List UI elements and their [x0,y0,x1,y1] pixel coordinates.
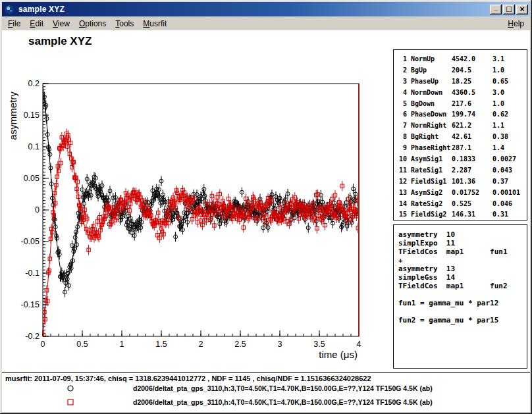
close-button[interactable]: × [516,5,528,14]
svg-text:-0.15: -0.15 [21,300,40,309]
status-divider [2,372,530,373]
param-row: 6PhaseDown199.740.62 [398,109,527,120]
svg-text:0.5: 0.5 [76,340,88,349]
app-icon[interactable] [5,5,14,14]
minimize-icon: _ [494,6,498,10]
theory-box[interactable]: asymmetry 10simplExpo 11TFieldCos map1 f… [393,224,527,369]
legend-row-h4: d2006/deltat_pta_gps_3110,h:4,T0=4.50K,T… [2,398,530,407]
asymmetry-plot[interactable]: 00.511.522.533.54-0.2-0.15-0.1-0.0500.05… [2,30,392,373]
theory-line: simpleGss 14 [398,273,527,282]
svg-text:time (μs): time (μs) [319,349,358,360]
param-row: 9PhaseRight287.11.4 [398,142,527,153]
menu-musrfit[interactable]: Musrfit [138,17,171,30]
window-title: sample XYZ [18,5,65,14]
svg-text:1.5: 1.5 [155,340,167,349]
svg-text:2: 2 [199,340,203,349]
menu-options[interactable]: Options [74,17,111,30]
theory-line [398,307,527,316]
param-row: 1NormUp4542.03.1 [398,53,527,65]
root-canvas[interactable]: sample XYZ 00.511.522.533.54-0.2-0.15-0.… [2,30,530,412]
svg-text:3.5: 3.5 [313,340,325,349]
menu-file[interactable]: File [3,17,25,30]
theory-line: + [398,256,527,265]
window-controls: _ □ × [490,5,528,14]
param-row: 11RateSig12.2870.043 [398,165,527,176]
legend-label: d2006/deltat_pta_gps_3110,h:3,T0=4.50K,T… [133,384,433,392]
legend-square-marker-icon [66,398,75,407]
svg-text:-0.1: -0.1 [25,269,40,278]
param-row: 2BgUp204.51.0 [398,65,527,76]
theory-line [398,290,527,299]
svg-text:0: 0 [41,340,45,349]
status-line: musrfit: 2011-07-09, 15:37:46, chisq = 1… [5,375,371,382]
param-row: 8BgRight42.610.38 [398,131,527,142]
param-row: 12FieldSig1101.360.37 [398,176,527,187]
theory-line: TFieldCos map1 fun2 [398,282,527,290]
svg-text:3: 3 [278,340,282,349]
param-row: 5BgDown217.61.0 [398,98,527,109]
theory-text: asymmetry 10simplExpo 11TFieldCos map1 f… [398,230,527,324]
theory-line: asymmetry 13 [398,265,527,273]
svg-text:0.1: 0.1 [28,142,40,151]
svg-text:4: 4 [357,340,361,349]
legend-row-h3: d2006/deltat_pta_gps_3110,h:3,T0=4.50K,T… [2,384,530,393]
legend-label: d2006/deltat_pta_gps_3110,h:4,T0=4.50K,T… [133,398,433,406]
param-table[interactable]: 1NormUp4542.03.12BgUp204.51.03PhaseUp18.… [393,49,527,220]
theory-line: simplExpo 11 [398,239,527,247]
musrview-window: sample XYZ _ □ × File Edit View Options … [0,0,532,414]
param-row: 15FieldSig2146.310.31 [398,209,527,220]
close-icon: × [519,5,524,13]
maximize-button[interactable]: □ [503,5,515,14]
svg-text:1: 1 [120,340,124,349]
svg-text:-0.2: -0.2 [25,332,40,341]
param-row: 3PhaseUp18.250.65 [398,76,527,87]
theory-line: fun1 = gamma_mu * par12 [398,299,527,307]
svg-text:0.05: 0.05 [24,174,40,183]
theory-line: TFieldCos map1 fun1 [398,247,527,256]
svg-text:-0.05: -0.05 [21,237,40,246]
svg-text:0.2: 0.2 [28,79,40,88]
menubar: File Edit View Options Tools Musrfit Hel… [2,16,530,30]
svg-text:0.15: 0.15 [24,111,40,120]
menu-view[interactable]: View [48,17,74,30]
param-row: 4NormDown4360.53.0 [398,87,527,98]
param-row: 13AsymSig20.017520.00101 [398,187,527,198]
maximize-icon: □ [506,6,512,13]
theory-line: fun2 = gamma_mu * par15 [398,316,527,324]
menu-edit[interactable]: Edit [25,17,48,30]
menu-help[interactable]: Help [503,17,529,30]
param-row: 10AsymSig10.18330.0027 [398,153,527,165]
titlebar[interactable]: sample XYZ _ □ × [2,2,530,16]
svg-text:2.5: 2.5 [234,340,246,349]
theory-line: asymmetry 10 [398,230,527,239]
param-row: 7NormRight621.21.1 [398,120,527,131]
menu-tools[interactable]: Tools [111,17,138,30]
param-row: 14RateSig20.5250.046 [398,198,527,209]
svg-text:asymmetry: asymmetry [7,91,18,140]
legend-circle-marker-icon [66,384,75,393]
svg-text:0: 0 [35,205,40,215]
minimize-button[interactable]: _ [490,5,502,14]
